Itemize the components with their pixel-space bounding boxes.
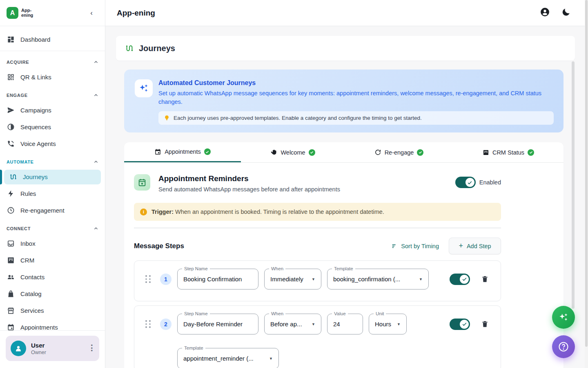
section-acquire[interactable]: ACQUIRE: [0, 52, 105, 69]
lightning-icon: [7, 190, 15, 198]
sidebar-item-voice-agents[interactable]: Voice Agents: [0, 135, 105, 152]
check-icon: [528, 149, 534, 156]
banner-tip: Each journey uses pre-approved templates…: [158, 111, 554, 125]
page-title: Journeys: [139, 44, 175, 53]
sidebar-item-rules[interactable]: Rules: [0, 185, 105, 202]
step-number: 2: [160, 319, 172, 330]
content-scrollbar[interactable]: [572, 61, 575, 309]
user-card[interactable]: User Owner •••: [6, 336, 99, 361]
chevron-up-icon: [94, 60, 98, 65]
dropdown-caret-icon: ▼: [308, 277, 315, 281]
sidebar-item-contacts[interactable]: Contacts: [0, 269, 105, 285]
enabled-label: Enabled: [479, 179, 501, 186]
value-field[interactable]: Value 24: [327, 314, 363, 334]
sidebar-item-catalog[interactable]: Catalog: [0, 285, 105, 302]
route-icon: [9, 173, 17, 181]
header-title: App-ening: [117, 9, 155, 18]
help-button[interactable]: [552, 335, 575, 358]
sidebar-item-label: Re-engagement: [20, 207, 65, 214]
reminders-title: Appointment Reminders: [158, 174, 340, 183]
sidebar-collapse-button[interactable]: ‹: [90, 9, 93, 17]
section-connect[interactable]: CONNECT: [0, 219, 105, 235]
section-label: ENGAGE: [7, 93, 28, 98]
delete-step-icon[interactable]: [481, 320, 489, 328]
kanban-icon: [7, 256, 15, 265]
section-engage[interactable]: ENGAGE: [0, 85, 105, 102]
step-name-field[interactable]: Step Name Day-Before Reminder: [177, 314, 258, 334]
template-select[interactable]: Template booking_confirmation (... ▼: [327, 269, 429, 289]
step-name-field[interactable]: Step Name Booking Confirmation: [177, 269, 258, 289]
sidebar-item-services[interactable]: Services: [0, 302, 105, 319]
section-label: AUTOMATE: [7, 159, 34, 164]
tab-label: Re-engage: [385, 149, 414, 156]
calendar-icon: [154, 148, 161, 155]
sidebar-item-journeys[interactable]: Journeys: [4, 170, 101, 184]
bag-icon: [7, 290, 15, 298]
trigger-bold: Trigger:: [151, 209, 174, 215]
page-title-card: Journeys: [116, 36, 575, 61]
sidebar-item-inbox[interactable]: Inbox: [0, 235, 105, 252]
chevron-up-icon: [94, 159, 98, 164]
sort-by-timing-button[interactable]: Sort by Timing: [391, 243, 439, 249]
refresh-icon: [374, 149, 381, 156]
sidebar-item-crm[interactable]: CRM: [0, 252, 105, 269]
tabs-row: Appointments Welcome Re-engage CRM Statu…: [124, 142, 564, 163]
tab-crm-status[interactable]: CRM Status: [453, 142, 564, 162]
drag-handle-icon[interactable]: [145, 320, 151, 328]
user-name: User: [31, 342, 46, 349]
dropdown-caret-icon: ▼: [266, 357, 273, 361]
drag-handle-icon[interactable]: [145, 275, 151, 283]
tab-appointments[interactable]: Appointments: [124, 142, 241, 162]
ai-assistant-button[interactable]: [552, 306, 575, 329]
sidebar-item-label: Journeys: [23, 173, 48, 180]
qr-icon: [7, 73, 15, 81]
when-select[interactable]: When Before ap... ▼: [264, 314, 321, 334]
appointment-calendar-icon: [134, 174, 150, 191]
sidebar-item-campaigns[interactable]: Campaigns: [0, 102, 105, 119]
lightbulb-icon: [164, 115, 170, 121]
trigger-text: When an appointment is booked. Timing is…: [175, 209, 384, 215]
tab-welcome[interactable]: Welcome: [241, 142, 345, 162]
template-select[interactable]: Template appointment_reminder (... ▼: [177, 348, 279, 368]
sidebar-item-label: Sequences: [20, 123, 51, 130]
journeys-banner: Automated Customer Journeys Set up autom…: [124, 70, 564, 132]
trigger-banner: i Trigger: When an appointment is booked…: [134, 203, 501, 221]
dark-mode-icon[interactable]: [561, 7, 571, 18]
sidebar-item-label: Rules: [20, 190, 36, 197]
step-row-2: 2 Step Name Day-Before Reminder When Bef…: [134, 305, 501, 368]
sidebar-item-qr-links[interactable]: QR & Links: [0, 69, 105, 85]
people-icon: [7, 273, 15, 281]
banner-tip-text: Each journey uses pre-approved templates…: [174, 115, 422, 121]
sidebar-item-re-engagement[interactable]: Re-engagement: [0, 202, 105, 219]
reminders-toggle[interactable]: [455, 177, 476, 188]
check-icon: [417, 149, 423, 156]
clock-icon: [7, 206, 15, 215]
check-icon: [204, 148, 211, 155]
sidebar-item-label: Dashboard: [20, 36, 50, 43]
dropdown-caret-icon: ▼: [308, 322, 315, 326]
chevron-up-icon: [94, 226, 98, 231]
dropdown-caret-icon: ▼: [416, 277, 423, 281]
tab-re-engage[interactable]: Re-engage: [345, 142, 453, 162]
when-select[interactable]: When Immediately ▼: [264, 269, 321, 289]
unit-select[interactable]: Unit Hours ▼: [369, 314, 407, 334]
step-toggle[interactable]: [450, 319, 470, 330]
add-step-button[interactable]: +Add Step: [449, 238, 501, 254]
user-role: Owner: [31, 350, 46, 355]
app-logo: A: [7, 7, 18, 19]
dropdown-caret-icon: ▼: [394, 322, 401, 326]
message-steps-title: Message Steps: [134, 242, 184, 250]
sidebar-item-dashboard[interactable]: Dashboard: [0, 30, 105, 48]
sidebar-item-label: Catalog: [20, 290, 42, 297]
sidebar-item-appointments[interactable]: Appointments: [0, 319, 105, 330]
page-scrollbar[interactable]: [585, 0, 588, 368]
sidebar-item-label: Contacts: [20, 274, 45, 280]
sidebar-item-sequences[interactable]: Sequences: [0, 119, 105, 135]
account-icon[interactable]: [540, 7, 550, 19]
step-toggle[interactable]: [450, 274, 470, 285]
chevron-up-icon: [94, 93, 98, 98]
section-automate[interactable]: AUTOMATE: [0, 152, 105, 168]
sidebar-logo-row: A App-ening ‹: [0, 0, 105, 26]
delete-step-icon[interactable]: [481, 275, 489, 283]
user-menu-button[interactable]: •••: [91, 344, 94, 352]
